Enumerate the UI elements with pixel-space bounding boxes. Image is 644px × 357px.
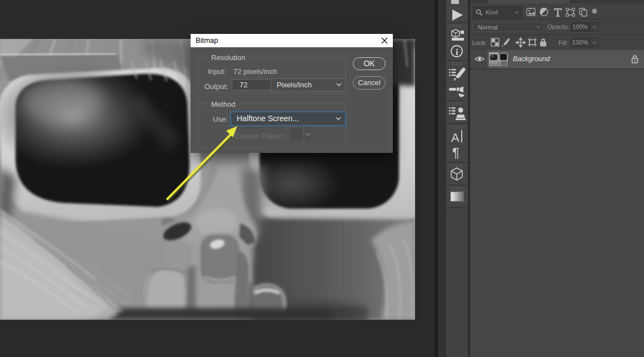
- svg-text:A: A: [451, 131, 460, 145]
- svg-text:¶: ¶: [452, 145, 460, 160]
